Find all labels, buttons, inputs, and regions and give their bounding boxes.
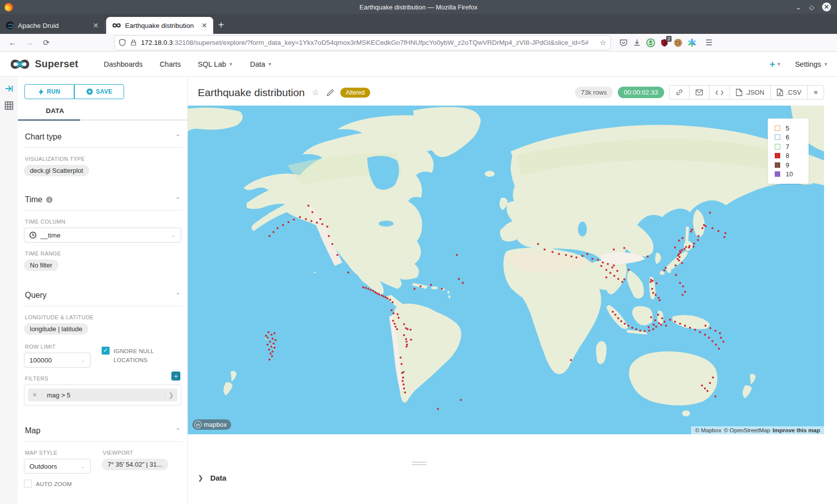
earthquake-point — [663, 269, 665, 271]
close-button[interactable]: ✕ — [822, 2, 831, 11]
save-button[interactable]: SAVE — [74, 84, 124, 99]
remove-filter-icon[interactable]: ✕ — [28, 391, 42, 398]
section-query-header[interactable]: Query ⌃ — [24, 288, 181, 306]
legend-item[interactable]: 6 — [775, 133, 809, 142]
earthquake-point — [609, 272, 611, 274]
cookie-icon[interactable] — [674, 38, 683, 47]
mapbox-attribution-link[interactable]: © Mapbox — [695, 427, 721, 433]
chevron-up-icon[interactable]: ⌃ — [175, 133, 180, 140]
shield-icon[interactable] — [119, 39, 126, 46]
export-json-button[interactable]: .JSON — [729, 86, 770, 99]
osm-attribution-link[interactable]: © OpenStreetMap — [724, 427, 770, 433]
maximize-button[interactable]: ◇ — [809, 4, 814, 10]
deckgl-scatterplot-map[interactable]: 5678910 m mapbox © Mapbox © OpenStreetMa… — [188, 106, 824, 434]
extension-pinwheel-icon[interactable] — [688, 38, 697, 47]
bookmark-star-icon[interactable]: ☆ — [600, 38, 606, 47]
earthquake-point — [628, 269, 630, 271]
earthquake-point — [650, 316, 652, 318]
checkbox-checked-icon[interactable]: ✓ — [102, 347, 110, 355]
nav-data[interactable]: Data▼ — [242, 60, 281, 68]
menu-hamburger-icon[interactable]: ☰ — [701, 36, 716, 49]
legend-item[interactable]: 10 — [775, 170, 809, 179]
checkbox-unchecked-icon[interactable] — [24, 480, 32, 488]
link-icon — [676, 89, 683, 96]
tab-close-icon[interactable]: ✕ — [200, 21, 208, 29]
earthquake-point — [395, 326, 397, 328]
viz-type-value[interactable]: deck.gl Scatterplot — [24, 165, 89, 176]
expand-filter-icon[interactable]: ❯ — [164, 391, 177, 399]
nav-charts[interactable]: Charts — [151, 60, 189, 68]
extension-green-icon[interactable] — [646, 38, 655, 47]
new-tab-button[interactable]: + — [218, 19, 224, 31]
nav-dashboards[interactable]: Dashboards — [95, 60, 151, 68]
forward-button[interactable]: → — [22, 36, 37, 49]
tab-data[interactable]: DATA — [24, 107, 181, 115]
back-button[interactable]: ← — [5, 36, 20, 49]
collapsed-datasource-rail — [0, 77, 18, 504]
reload-button[interactable]: ⟳ — [39, 36, 54, 49]
lonlat-value[interactable]: longitude | latitude — [24, 323, 88, 335]
ignore-null-checkbox-row[interactable]: ✓ IGNORE NULLLOCATIONS — [102, 347, 154, 365]
earthquake-point — [268, 331, 270, 333]
earthquake-point — [701, 227, 703, 229]
add-filter-button[interactable]: + — [171, 372, 180, 380]
row-limit-label: ROW LIMIT — [25, 344, 91, 350]
chevron-up-icon[interactable]: ⌃ — [175, 292, 180, 299]
legend-label: 6 — [786, 133, 789, 141]
tab-apache-druid[interactable]: Apache Druid ✕ — [0, 17, 105, 34]
pocket-icon[interactable] — [619, 38, 628, 47]
row-limit-select[interactable]: 100000 ⌄ — [24, 353, 91, 368]
legend-item[interactable]: 5 — [775, 124, 809, 133]
legend-item[interactable]: 9 — [775, 160, 809, 170]
legend-item[interactable]: 8 — [775, 151, 809, 161]
earthquake-point — [310, 220, 312, 222]
auto-zoom-checkbox-row[interactable]: AUTO ZOOM — [24, 480, 91, 489]
chart-menu-button[interactable]: ≡ — [807, 86, 824, 99]
mapbox-logo[interactable]: m mapbox — [192, 419, 231, 430]
time-range-value[interactable]: No filter — [24, 259, 58, 271]
expand-panel-icon[interactable] — [4, 84, 13, 93]
earthquake-point — [616, 270, 618, 272]
embed-code-button[interactable] — [709, 86, 729, 99]
panel-resize-handle[interactable] — [412, 462, 426, 467]
earthquake-point — [282, 224, 284, 226]
legend-label: 8 — [786, 152, 789, 159]
settings-menu[interactable]: Settings▼ — [795, 60, 828, 68]
dataset-grid-icon[interactable] — [4, 101, 13, 110]
earthquake-point — [724, 232, 726, 234]
filter-item[interactable]: ✕ mag > 5 ❯ — [28, 388, 177, 401]
section-chart-type-header[interactable]: Chart type ⌃ — [24, 129, 181, 147]
copy-link-button[interactable] — [670, 86, 689, 99]
email-button[interactable] — [689, 86, 709, 99]
viewport-value[interactable]: 7° 35' 54.02" | 31... — [102, 459, 168, 470]
section-time-header[interactable]: Time ⌃ — [24, 192, 181, 210]
chevron-up-icon[interactable]: ⌃ — [175, 427, 180, 434]
earthquake-point — [674, 247, 676, 249]
legend-item[interactable]: 7 — [775, 142, 809, 151]
altered-badge[interactable]: Altered — [340, 88, 370, 98]
superset-logo[interactable]: Superset — [9, 57, 78, 71]
time-column-select[interactable]: __time ⌄ — [24, 228, 181, 243]
download-icon[interactable] — [633, 38, 641, 47]
tab-close-icon[interactable]: ✕ — [92, 21, 100, 29]
new-button[interactable]: +▼ — [770, 59, 781, 70]
earthquake-point — [316, 222, 318, 224]
map-style-select[interactable]: Outdoors ⌄ — [24, 459, 91, 474]
nav-sql-lab[interactable]: SQL Lab▼ — [189, 60, 242, 68]
export-csv-button[interactable]: .CSV — [770, 86, 807, 99]
earthquake-point — [648, 326, 650, 328]
improve-map-link[interactable]: Improve this map — [773, 427, 820, 433]
tab-earthquake-distribution[interactable]: Earthquake distribution ✕ — [106, 17, 213, 34]
extension-shield-icon[interactable]: 2 — [660, 38, 669, 47]
earthquake-point — [652, 328, 654, 330]
favorite-star-icon[interactable]: ☆ — [312, 87, 319, 98]
section-map-header[interactable]: Map ⌃ — [24, 423, 181, 441]
edit-pencil-icon[interactable] — [326, 89, 334, 97]
chevron-up-icon[interactable]: ⌃ — [175, 196, 180, 203]
run-button[interactable]: RUN — [24, 84, 74, 99]
minimize-button[interactable]: ⌄ — [796, 4, 801, 10]
lock-insecure-icon[interactable] — [130, 39, 137, 46]
url-bar[interactable]: 172.18.0.3:32108/superset/explore/?form_… — [115, 36, 610, 50]
earthquake-point — [581, 255, 583, 257]
data-panel-toggle[interactable]: ❯ Data — [198, 474, 226, 482]
